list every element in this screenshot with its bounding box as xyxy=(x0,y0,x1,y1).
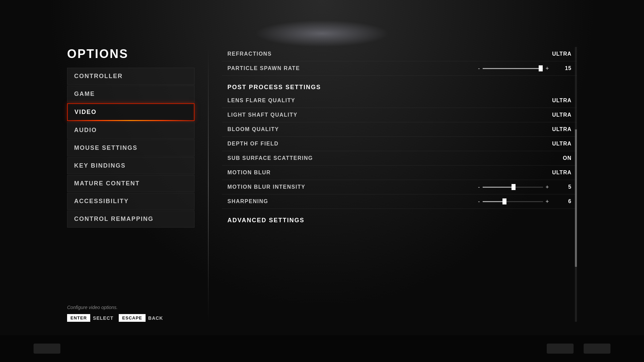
top-glare xyxy=(255,20,389,47)
setting-label-refractions: REFRACTIONS xyxy=(227,51,272,57)
key-badge-0: ENTER xyxy=(67,314,90,322)
setting-value-depth-of-field: ULTRA xyxy=(551,141,572,147)
sidebar-item-audio[interactable]: AUDIO xyxy=(67,122,195,139)
slider-plus-particle-spawn-rate[interactable]: + xyxy=(546,65,549,71)
slider-fill-particle-spawn-rate xyxy=(483,68,540,69)
bottom-right xyxy=(547,344,610,354)
slider-fill-motion-blur-intensity xyxy=(483,187,513,188)
page-title: OPTIONS xyxy=(67,47,195,61)
slider-track-sharpening[interactable] xyxy=(483,201,543,202)
setting-label-particle-spawn-rate: PARTICLE SPAWN RATE xyxy=(227,65,300,71)
setting-label-bloom-quality: BLOOM QUALITY xyxy=(227,126,279,132)
setting-label-sharpening: SHARPENING xyxy=(227,198,268,204)
scroll-track[interactable] xyxy=(575,47,577,322)
key-label-0: SELECT xyxy=(93,315,113,321)
setting-label-lens-flare-quality: LENS FLARE QUALITY xyxy=(227,98,295,104)
setting-row-depth-of-field[interactable]: DEPTH OF FIELDULTRA xyxy=(222,137,577,151)
setting-value-lens-flare-quality: ULTRA xyxy=(551,98,572,104)
setting-value-sharpening: 6 xyxy=(551,198,572,204)
right-panel: REFRACTIONSULTRAPARTICLE SPAWN RATE-+15P… xyxy=(222,47,577,322)
setting-label-sub-surface-scattering: SUB SURFACE SCATTERING xyxy=(227,155,313,161)
scroll-thumb[interactable] xyxy=(575,129,577,267)
setting-row-motion-blur-intensity[interactable]: MOTION BLUR INTENSITY-+5 xyxy=(222,180,577,194)
setting-row-lens-flare-quality[interactable]: LENS FLARE QUALITYULTRA xyxy=(222,94,577,108)
nav-menu: CONTROLLERGAMEVIDEOAUDIOMOUSE SETTINGSKE… xyxy=(67,68,195,228)
sidebar-item-accessibility[interactable]: ACCESSIBILITY xyxy=(67,193,195,210)
slider-minus-particle-spawn-rate[interactable]: - xyxy=(478,65,480,71)
bottom-right-indicator-2 xyxy=(584,344,610,354)
section-header-1: POST PROCESS SETTINGS xyxy=(222,78,577,94)
slider-minus-sharpening[interactable]: - xyxy=(478,198,480,204)
setting-value-particle-spawn-rate: 15 xyxy=(551,65,572,71)
bottom-left-indicator xyxy=(34,344,60,354)
setting-label-depth-of-field: DEPTH OF FIELD xyxy=(227,141,279,147)
slider-minus-motion-blur-intensity[interactable]: - xyxy=(478,184,480,190)
setting-value-refractions: ULTRA xyxy=(551,51,572,57)
panel-divider xyxy=(208,47,209,322)
section-header-2: ADVANCED SETTINGS xyxy=(222,212,577,227)
sidebar-item-video[interactable]: VIDEO xyxy=(67,103,195,121)
slider-container-sharpening: -+6 xyxy=(478,198,572,204)
bottom-right-indicator-1 xyxy=(547,344,574,354)
setting-value-light-shaft-quality: ULTRA xyxy=(551,112,572,118)
setting-row-bloom-quality[interactable]: BLOOM QUALITYULTRA xyxy=(222,122,577,137)
setting-label-light-shaft-quality: LIGHT SHAFT QUALITY xyxy=(227,112,298,118)
setting-value-motion-blur: ULTRA xyxy=(551,170,572,176)
slider-plus-motion-blur-intensity[interactable]: + xyxy=(546,184,549,190)
sidebar-item-mouse-settings[interactable]: MOUSE SETTINGS xyxy=(67,139,195,157)
slider-thumb-particle-spawn-rate[interactable] xyxy=(539,65,543,71)
setting-row-motion-blur[interactable]: MOTION BLURULTRA xyxy=(222,166,577,180)
setting-row-refractions[interactable]: REFRACTIONSULTRA xyxy=(222,47,577,61)
setting-row-sharpening[interactable]: SHARPENING-+6 xyxy=(222,194,577,209)
slider-container-motion-blur-intensity: -+5 xyxy=(478,184,572,190)
key-badge-1: ESCAPE xyxy=(119,314,145,322)
key-hints: ENTERSELECTESCAPEBACK xyxy=(67,314,195,322)
bottom-bar xyxy=(0,335,644,362)
setting-row-particle-spawn-rate[interactable]: PARTICLE SPAWN RATE-+15 xyxy=(222,61,577,76)
bottom-left xyxy=(34,344,60,354)
left-panel: OPTIONS CONTROLLERGAMEVIDEOAUDIOMOUSE SE… xyxy=(67,47,195,322)
main-container: OPTIONS CONTROLLERGAMEVIDEOAUDIOMOUSE SE… xyxy=(67,47,577,322)
setting-value-bloom-quality: ULTRA xyxy=(551,126,572,132)
slider-container-particle-spawn-rate: -+15 xyxy=(478,65,572,71)
slider-track-motion-blur-intensity[interactable] xyxy=(483,187,543,188)
key-label-1: BACK xyxy=(148,315,163,321)
setting-label-motion-blur-intensity: MOTION BLUR INTENSITY xyxy=(227,184,305,190)
slider-fill-sharpening xyxy=(483,201,504,202)
sidebar-item-controller[interactable]: CONTROLLER xyxy=(67,68,195,85)
slider-thumb-sharpening[interactable] xyxy=(502,198,506,204)
setting-row-light-shaft-quality[interactable]: LIGHT SHAFT QUALITYULTRA xyxy=(222,108,577,122)
setting-row-sub-surface-scattering[interactable]: SUB SURFACE SCATTERINGON xyxy=(222,151,577,166)
slider-track-particle-spawn-rate[interactable] xyxy=(483,68,543,69)
setting-value-motion-blur-intensity: 5 xyxy=(551,184,572,190)
sidebar-item-game[interactable]: GAME xyxy=(67,85,195,103)
sidebar-item-key-bindings[interactable]: KEY BINDINGS xyxy=(67,157,195,174)
sidebar-item-control-remapping[interactable]: CONTROL REMAPPING xyxy=(67,210,195,228)
settings-list: REFRACTIONSULTRAPARTICLE SPAWN RATE-+15P… xyxy=(222,47,577,227)
slider-thumb-motion-blur-intensity[interactable] xyxy=(512,184,516,190)
slider-plus-sharpening[interactable]: + xyxy=(546,198,549,204)
setting-label-motion-blur: MOTION BLUR xyxy=(227,170,271,176)
hint-text: Configure video options. xyxy=(67,295,195,310)
sidebar-item-mature-content[interactable]: MATURE CONTENT xyxy=(67,175,195,192)
setting-value-sub-surface-scattering: ON xyxy=(551,155,572,161)
